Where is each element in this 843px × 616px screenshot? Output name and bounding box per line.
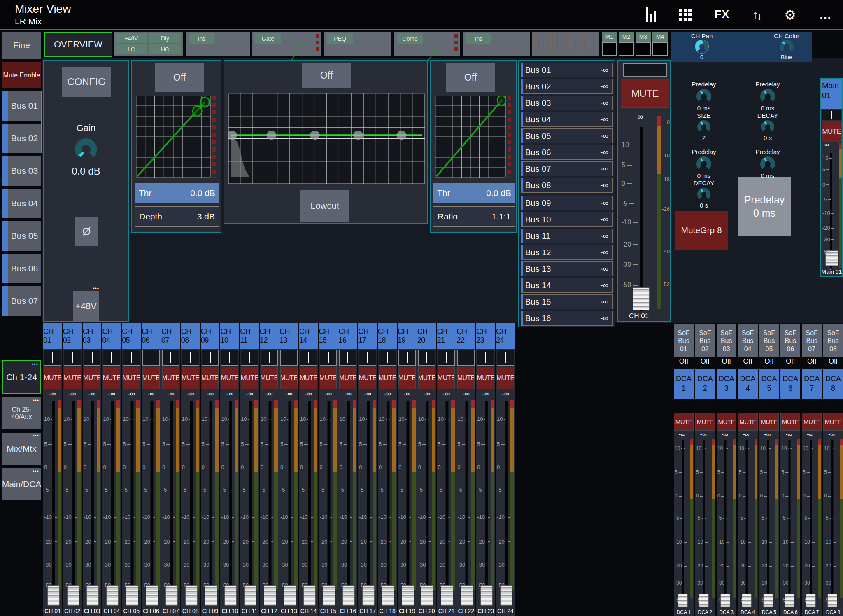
fader-track[interactable] — [485, 401, 488, 590]
bus-send-row[interactable]: Bus 13-∞ — [521, 261, 613, 276]
fader-cap[interactable] — [244, 585, 256, 606]
fader-area[interactable]: 1050-5-10-20-30-50 — [695, 439, 715, 609]
preamp-chip-dly[interactable]: Dly — [149, 33, 181, 43]
fader-area[interactable]: 1050-5-10-20-30-50 — [43, 400, 62, 608]
fader-area[interactable]: 1050-5-10-20-30-50 — [780, 439, 800, 609]
fader-cap[interactable] — [224, 585, 237, 606]
more-menu-icon[interactable]: … — [819, 8, 831, 22]
sends-on-fader-button[interactable]: SoF Bus 06 — [780, 324, 800, 357]
pan-indicator[interactable] — [379, 350, 396, 366]
fader-area[interactable]: 1050-5-10-20-30-50 — [398, 400, 417, 608]
insert-panel-2[interactable]: Ins — [463, 32, 530, 56]
pan-indicator[interactable] — [320, 350, 337, 366]
peq-mini-panel[interactable]: PEQ — [324, 32, 391, 56]
matrix-meter-m2[interactable]: M2 — [619, 32, 634, 56]
channel-header[interactable]: CH 11 — [240, 323, 259, 349]
fx-knob[interactable] — [697, 188, 710, 201]
pan-indicator[interactable] — [182, 350, 199, 366]
pan-indicator[interactable] — [123, 350, 140, 366]
channel-header[interactable]: CH 18 — [378, 323, 397, 349]
ch-pan-knob[interactable] — [695, 40, 709, 54]
mute-button[interactable]: MUTE — [822, 121, 842, 142]
fader-area[interactable]: 1050-5-10-20-30-50 — [142, 400, 161, 608]
fader-track[interactable] — [190, 401, 193, 590]
fader-cap[interactable] — [146, 585, 158, 606]
pan-indicator[interactable] — [497, 350, 514, 366]
fader-track[interactable] — [328, 401, 331, 590]
pan-indicator[interactable] — [261, 350, 278, 366]
dca-header[interactable]: DCA 3 — [717, 369, 736, 399]
comp-threshold-row[interactable]: Thr 0.0 dB — [433, 183, 515, 203]
gate-depth-row[interactable]: Depth 3 dB — [135, 206, 219, 227]
mute-button[interactable]: MUTE — [123, 367, 140, 389]
fader-cap[interactable] — [303, 585, 316, 606]
mute-button[interactable]: MUTE — [379, 367, 396, 389]
fader-cap[interactable] — [500, 585, 512, 606]
fader-cap[interactable] — [480, 585, 493, 606]
mute-button[interactable]: MUTE — [320, 367, 337, 389]
fader-area[interactable]: 1050-5-10-20-30-500-10-18-26-40-52 — [618, 127, 670, 311]
preamp-chip-hc[interactable]: HC — [149, 44, 181, 54]
fine-button[interactable]: Fine — [2, 32, 41, 59]
fader-area[interactable]: 1050-5-10-20-30-50 — [378, 400, 397, 608]
bus-send-row[interactable]: Bus 08-∞ — [521, 178, 613, 193]
fx-knob[interactable] — [696, 89, 711, 104]
channel-header[interactable]: CH 16 — [338, 323, 357, 349]
fader-track[interactable] — [229, 401, 232, 590]
fader-area[interactable]: 1050-5-10-20-30-50 — [161, 400, 180, 608]
fader-track[interactable] — [724, 440, 727, 597]
bus-send-row[interactable]: Bus 15-∞ — [521, 294, 613, 309]
fader-cap[interactable] — [165, 585, 178, 606]
channel-header[interactable]: CH 14 — [299, 323, 318, 349]
mute-button[interactable]: MUTE — [359, 367, 376, 389]
fader-area[interactable]: 1050-5-10-20-30-50 — [802, 439, 822, 609]
mute-button[interactable]: MUTE — [44, 367, 61, 389]
sidebar-bus-button[interactable]: Bus 05 — [2, 221, 41, 251]
fader-track[interactable] — [387, 401, 389, 590]
bus-send-row[interactable]: Bus 16-∞ — [521, 311, 613, 326]
mute-button[interactable]: MUTE — [695, 413, 715, 431]
mute-button[interactable]: MUTE — [202, 367, 219, 389]
pan-indicator[interactable] — [822, 110, 841, 120]
bus-send-row[interactable]: Bus 14-∞ — [521, 278, 613, 293]
channel-header[interactable]: CH 23 — [476, 323, 495, 349]
fader-track[interactable] — [111, 401, 114, 590]
mute-button[interactable]: MUTE — [738, 413, 758, 431]
fader-area[interactable]: -∞ 1050-5-10-20-30-50 — [821, 143, 842, 268]
bus-send-row[interactable]: Bus 10-∞ — [521, 212, 613, 227]
sort-arrows-icon[interactable]: ↑↓ — [752, 8, 761, 21]
fader-cap[interactable] — [402, 585, 414, 606]
fader-track[interactable] — [682, 440, 684, 597]
fader-track[interactable] — [788, 440, 790, 597]
fader-cap[interactable] — [785, 594, 794, 607]
mute-button[interactable]: MUTE — [477, 367, 494, 389]
mute-button[interactable]: MUTE — [398, 367, 416, 389]
channel-header[interactable]: CH 05 — [122, 323, 141, 349]
preamp-chip-lc[interactable]: LC — [115, 44, 147, 54]
channel-header[interactable]: CH 06 — [142, 323, 161, 349]
pan-indicator[interactable] — [162, 350, 179, 366]
fader-cap[interactable] — [205, 585, 217, 606]
bus-send-row[interactable]: Bus 03-∞ — [521, 96, 613, 110]
bus-send-row[interactable]: Bus 06-∞ — [521, 145, 613, 160]
fader-track[interactable] — [367, 401, 370, 590]
channel-header[interactable]: CH 20 — [417, 323, 436, 349]
mute-group-button[interactable]: MuteGrp 8 — [675, 211, 728, 250]
dca-header[interactable]: DCA 5 — [759, 369, 779, 399]
channel-header[interactable]: CH 12 — [260, 323, 279, 349]
fx-knob[interactable] — [760, 89, 775, 104]
gate-mini-panel[interactable]: Gate — [252, 32, 321, 56]
settings-gear-icon[interactable]: ⚙ — [784, 8, 796, 21]
channel-header[interactable]: CH 17 — [358, 323, 377, 349]
mute-button[interactable]: MUTE — [339, 367, 356, 389]
pan-indicator[interactable] — [103, 350, 120, 366]
fader-area[interactable]: 1050-5-10-20-30-50 — [102, 400, 121, 608]
fx-knob[interactable] — [761, 120, 774, 133]
fader-cap[interactable] — [362, 585, 375, 606]
pan-indicator[interactable] — [398, 350, 416, 366]
sends-on-fader-button[interactable]: SoF Bus 02 — [695, 324, 715, 357]
bus-send-row[interactable]: Bus 11-∞ — [521, 229, 613, 243]
channel-header[interactable]: CH 21 — [437, 323, 456, 349]
sends-meter-bank[interactable] — [532, 32, 599, 56]
bus-send-row[interactable]: Bus 05-∞ — [521, 128, 613, 143]
